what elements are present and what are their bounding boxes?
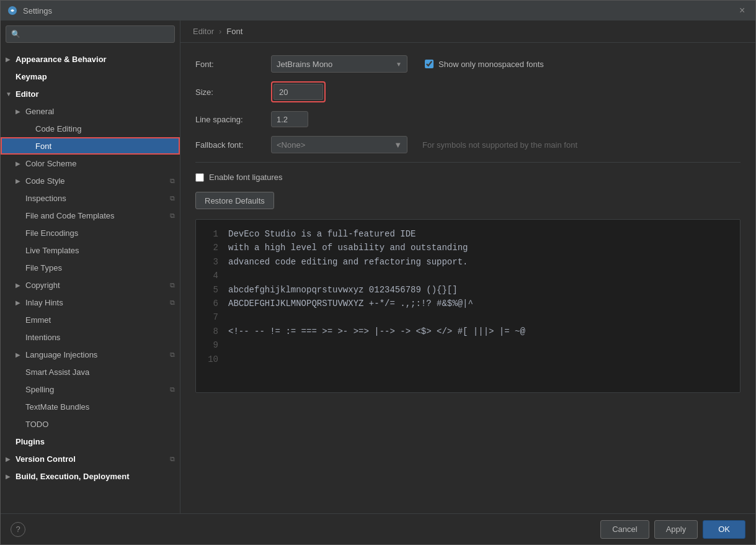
ok-button[interactable]: OK bbox=[703, 520, 745, 539]
sidebar-item-emmet[interactable]: Emmet bbox=[1, 311, 180, 328]
copy-icon: ⧉ bbox=[170, 385, 175, 394]
arrow-icon: ▼ bbox=[6, 91, 16, 97]
line-number: 3 bbox=[206, 255, 218, 269]
sidebar-tree: ▶ Appearance & Behavior Keymap ▼ Editor … bbox=[1, 48, 180, 487]
sidebar-item-live-templates[interactable]: Live Templates bbox=[1, 241, 180, 259]
arrow-icon: ▶ bbox=[16, 299, 25, 306]
preview-line: 8<!-- -- != := === >= >- >=> |--> -> <$>… bbox=[206, 325, 730, 338]
sidebar-item-font[interactable]: Font bbox=[1, 137, 180, 155]
preview-line: 7 bbox=[206, 310, 730, 324]
sidebar-item-general[interactable]: ▶ General bbox=[1, 102, 180, 120]
sidebar-item-keymap[interactable]: Keymap bbox=[1, 68, 180, 85]
fallback-dropdown[interactable]: <None> ▼ bbox=[271, 136, 407, 153]
sidebar-item-label: Copyright bbox=[25, 281, 170, 290]
size-row: Size: 20 bbox=[195, 81, 740, 102]
fallback-label: Fallback font: bbox=[195, 140, 264, 150]
sidebar-item-label: File Encodings bbox=[25, 228, 175, 238]
copy-icon: ⧉ bbox=[170, 351, 175, 359]
line-text: advanced code editing and refactoring su… bbox=[228, 255, 468, 269]
preview-line: 2with a high level of usability and outs… bbox=[206, 241, 730, 254]
sidebar-item-spelling[interactable]: Spelling ⧉ bbox=[1, 381, 180, 398]
sidebar-item-label: Live Templates bbox=[25, 246, 175, 255]
sidebar-item-appearance[interactable]: ▶ Appearance & Behavior bbox=[1, 50, 180, 68]
preview-line: 10 bbox=[206, 353, 730, 366]
sidebar-item-plugins[interactable]: Plugins bbox=[1, 433, 180, 450]
preview-line: 5abcdefghijklmnopqrstuvwxyz 0123456789 (… bbox=[206, 283, 730, 297]
search-input[interactable] bbox=[24, 30, 169, 39]
sidebar-item-intentions[interactable]: Intentions bbox=[1, 328, 180, 346]
help-button[interactable]: ? bbox=[11, 522, 25, 537]
sidebar-item-editor[interactable]: ▼ Editor bbox=[1, 85, 180, 102]
monospaced-checkbox-row: Show only monospaced fonts bbox=[425, 60, 544, 69]
sidebar-item-file-encodings[interactable]: File Encodings bbox=[1, 224, 180, 241]
arrow-icon: ▶ bbox=[16, 160, 25, 167]
line-number: 5 bbox=[206, 283, 218, 297]
font-dropdown-value: JetBrains Mono bbox=[277, 60, 332, 69]
arrow-icon: ▶ bbox=[16, 178, 25, 184]
sidebar-item-label: TODO bbox=[25, 420, 175, 429]
divider bbox=[195, 162, 740, 163]
apply-button[interactable]: Apply bbox=[654, 520, 698, 539]
sidebar-item-code-editing[interactable]: Code Editing bbox=[1, 120, 180, 137]
sidebar-item-code-style[interactable]: ▶ Code Style ⧉ bbox=[1, 172, 180, 189]
line-text: DevEco Studio is a full-featured IDE bbox=[228, 227, 416, 241]
sidebar-item-language-injections[interactable]: ▶ Language Injections ⧉ bbox=[1, 346, 180, 363]
line-text: with a high level of usability and outst… bbox=[228, 241, 468, 254]
size-input[interactable]: 20 bbox=[273, 84, 323, 100]
title-bar: Settings × bbox=[1, 1, 755, 20]
size-label: Size: bbox=[195, 88, 264, 97]
line-spacing-input[interactable]: 1.2 bbox=[271, 111, 308, 127]
cancel-button[interactable]: Cancel bbox=[600, 520, 649, 539]
line-number: 10 bbox=[206, 353, 218, 366]
sidebar-item-inlay-hints[interactable]: ▶ Inlay Hints ⧉ bbox=[1, 294, 180, 311]
footer-right: Cancel Apply OK bbox=[600, 520, 745, 539]
sidebar-item-label: TextMate Bundles bbox=[25, 402, 175, 412]
arrow-icon: ▶ bbox=[6, 56, 16, 63]
sidebar-item-color-scheme[interactable]: ▶ Color Scheme bbox=[1, 155, 180, 172]
search-box[interactable]: 🔍 bbox=[6, 25, 175, 43]
sidebar-item-smart-assist[interactable]: Smart Assist Java bbox=[1, 363, 180, 381]
arrow-icon: ▶ bbox=[6, 473, 16, 480]
sidebar-item-todo[interactable]: TODO bbox=[1, 415, 180, 433]
settings-panel: Font: JetBrains Mono ▼ Show only monospa… bbox=[180, 43, 755, 513]
breadcrumb: Editor › Font bbox=[180, 20, 755, 43]
breadcrumb-parent: Editor bbox=[193, 27, 214, 36]
sidebar-item-label: Keymap bbox=[16, 72, 175, 81]
preview-line: 9 bbox=[206, 338, 730, 352]
sidebar-item-build[interactable]: ▶ Build, Execution, Deployment bbox=[1, 467, 180, 485]
size-input-border: 20 bbox=[271, 81, 326, 102]
breadcrumb-separator: › bbox=[219, 27, 221, 36]
sidebar-item-textmate[interactable]: TextMate Bundles bbox=[1, 398, 180, 415]
sidebar-item-label: Code Style bbox=[25, 176, 170, 186]
app-logo-icon bbox=[7, 5, 18, 16]
font-dropdown[interactable]: JetBrains Mono ▼ bbox=[271, 55, 407, 73]
sidebar-item-file-code-templates[interactable]: File and Code Templates ⧉ bbox=[1, 207, 180, 224]
monospaced-checkbox[interactable] bbox=[425, 60, 434, 68]
ligatures-checkbox[interactable] bbox=[195, 173, 204, 182]
sidebar-item-label: Inspections bbox=[25, 194, 170, 203]
line-spacing-label: Line spacing: bbox=[195, 115, 264, 124]
dialog-title: Settings bbox=[23, 6, 52, 16]
line-text: <!-- -- != := === >= >- >=> |--> -> <$> … bbox=[228, 325, 525, 338]
sidebar-item-label: File Types bbox=[25, 263, 175, 272]
sidebar-item-file-types[interactable]: File Types bbox=[1, 259, 180, 276]
restore-defaults-button[interactable]: Restore Defaults bbox=[195, 192, 274, 209]
line-text: ABCDEFGHIJKLMNOPQRSTUVWXYZ +-*/= .,;:!? … bbox=[228, 297, 473, 310]
preview-box: 1DevEco Studio is a full-featured IDE2wi… bbox=[195, 219, 740, 393]
ligatures-label: Enable font ligatures bbox=[209, 173, 283, 182]
sidebar-item-label: Intentions bbox=[25, 333, 175, 342]
sidebar-item-inspections[interactable]: Inspections ⧉ bbox=[1, 189, 180, 207]
close-button[interactable]: × bbox=[739, 6, 749, 16]
fallback-hint: For symbols not supported by the main fo… bbox=[422, 140, 577, 150]
font-label: Font: bbox=[195, 60, 264, 69]
sidebar-item-label: Spelling bbox=[25, 385, 170, 394]
copy-icon: ⧉ bbox=[170, 177, 175, 185]
preview-line: 1DevEco Studio is a full-featured IDE bbox=[206, 227, 730, 241]
sidebar-item-label: Build, Execution, Deployment bbox=[16, 472, 175, 481]
breadcrumb-current: Font bbox=[226, 27, 242, 36]
sidebar-item-label: Appearance & Behavior bbox=[16, 55, 175, 64]
sidebar-item-version-control[interactable]: ▶ Version Control ⧉ bbox=[1, 450, 180, 467]
settings-dialog: Settings × 🔍 ▶ Appearance & Behavior Key… bbox=[0, 0, 756, 545]
preview-line: 6ABCDEFGHIJKLMNOPQRSTUVWXYZ +-*/= .,;:!?… bbox=[206, 297, 730, 310]
sidebar-item-copyright[interactable]: ▶ Copyright ⧉ bbox=[1, 276, 180, 294]
